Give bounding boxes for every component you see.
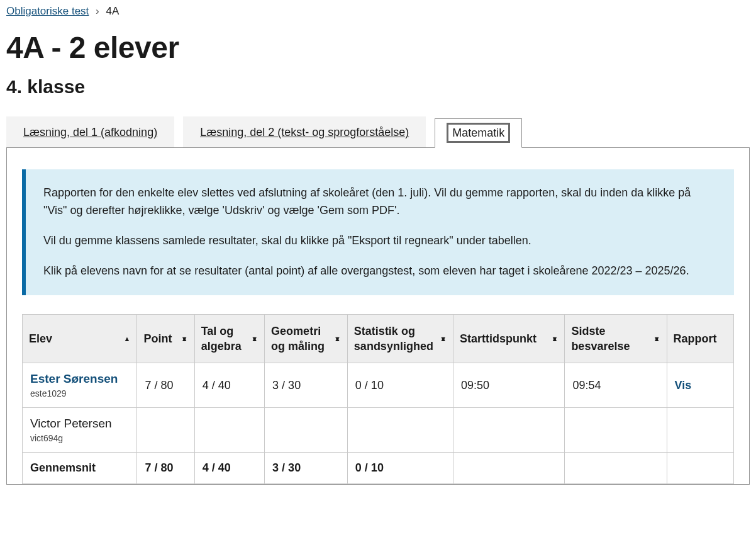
page-title: 4A - 2 elever: [6, 30, 750, 65]
avg-statistik: 0 / 10: [347, 453, 453, 484]
cell-statistik: 0 / 10: [347, 363, 453, 408]
info-text: Rapporten for den enkelte elev slettes v…: [43, 184, 716, 220]
col-header-geometri[interactable]: Geometri og måling: [265, 314, 348, 363]
tab-label: Læsning, del 1 (afkodning): [23, 126, 157, 138]
breadcrumb-parent-link[interactable]: Obligatoriske test: [6, 5, 89, 17]
tab-laesning-del1[interactable]: Læsning, del 1 (afkodning): [6, 116, 174, 148]
breadcrumb: Obligatoriske test › 4A: [6, 5, 750, 18]
cell-geometri: 3 / 30: [265, 363, 348, 408]
col-header-label: Sidste besvarelse: [571, 324, 648, 354]
cell-tal: [194, 408, 264, 453]
cell-point: [137, 408, 194, 453]
tab-label: Læsning, del 2 (tekst- og sprogforståels…: [200, 126, 409, 138]
tab-panel: Rapporten for den enkelte elev slettes v…: [6, 147, 750, 485]
col-header-label: Geometri og måling: [271, 324, 329, 354]
cell-sidste: [565, 408, 667, 453]
info-box: Rapporten for den enkelte elev slettes v…: [22, 169, 734, 295]
avg-point: 7 / 80: [137, 453, 194, 484]
col-header-point[interactable]: Point: [137, 314, 194, 363]
table-row: Victor Petersen vict694g: [23, 408, 734, 453]
tab-laesning-del2[interactable]: Læsning, del 2 (tekst- og sprogforståels…: [183, 116, 426, 148]
student-name: Victor Petersen: [30, 417, 112, 430]
chevron-right-icon: ›: [96, 5, 99, 18]
col-header-elev[interactable]: Elev: [23, 314, 137, 363]
cell-start: [453, 408, 565, 453]
cell-sidste: 09:54: [565, 363, 667, 408]
student-id: este1029: [30, 388, 129, 398]
table-row-average: Gennemsnit 7 / 80 4 / 40 3 / 30 0 / 10: [23, 453, 734, 484]
student-id: vict694g: [30, 433, 129, 443]
avg-geometri: 3 / 30: [265, 453, 348, 484]
col-header-rapport: Rapport: [667, 314, 733, 363]
student-name-link[interactable]: Ester Sørensen: [30, 372, 118, 385]
cell-geometri: [265, 408, 348, 453]
avg-label: Gennemsnit: [23, 453, 137, 484]
cell-statistik: [347, 408, 453, 453]
info-text: Klik på elevens navn for at se resultate…: [43, 263, 716, 280]
col-header-label: Starttidspunkt: [460, 331, 546, 346]
tabs: Læsning, del 1 (afkodning) Læsning, del …: [6, 116, 750, 148]
col-header-label: Statistik og sandsynlighed: [354, 324, 435, 354]
col-header-tal-og-algebra[interactable]: Tal og algebra: [194, 314, 264, 363]
cell-start: 09:50: [453, 363, 565, 408]
rapport-vis-link[interactable]: Vis: [675, 379, 692, 392]
col-header-starttidspunkt[interactable]: Starttidspunkt: [453, 314, 565, 363]
col-header-sidste-besvarelse[interactable]: Sidste besvarelse: [565, 314, 667, 363]
info-text: Vil du gemme klassens samlede resultater…: [43, 232, 716, 250]
table-row: Ester Sørensen este1029 7 / 80 4 / 40 3 …: [23, 363, 734, 408]
col-header-label: Rapport: [674, 331, 727, 346]
tab-label: Matematik: [447, 123, 510, 143]
col-header-label: Elev: [29, 331, 119, 346]
avg-tal: 4 / 40: [194, 453, 264, 484]
cell-rapport: [667, 408, 733, 453]
cell-point: 7 / 80: [137, 363, 194, 408]
col-header-label: Point: [143, 331, 175, 346]
col-header-label: Tal og algebra: [201, 324, 247, 354]
breadcrumb-current: 4A: [106, 5, 119, 17]
cell-tal: 4 / 40: [194, 363, 264, 408]
col-header-statistik[interactable]: Statistik og sandsynlighed: [347, 314, 453, 363]
tab-matematik[interactable]: Matematik: [435, 118, 522, 148]
sub-title: 4. klasse: [6, 76, 750, 98]
results-table: Elev Point Tal og algebra: [22, 314, 734, 485]
